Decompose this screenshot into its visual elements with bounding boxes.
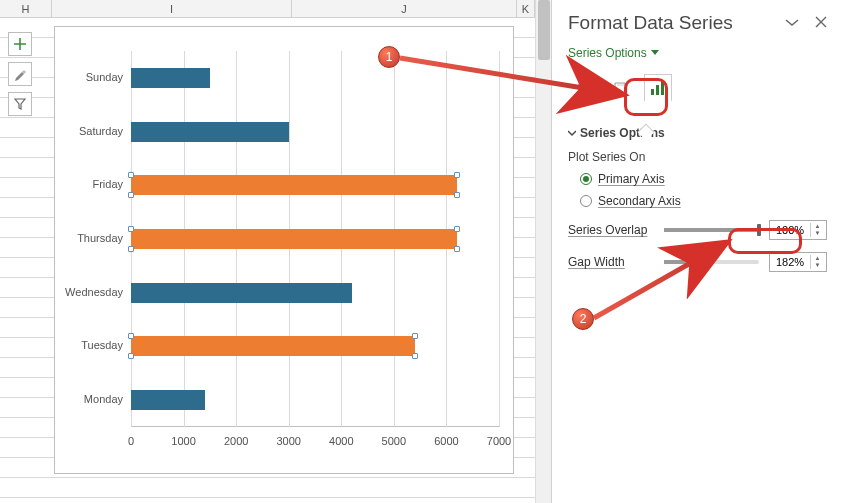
- category-label: Wednesday: [65, 286, 123, 298]
- series-options-icon: [649, 79, 667, 97]
- col-header-h[interactable]: H: [0, 0, 52, 18]
- bar-series1[interactable]: [131, 122, 289, 142]
- gap-label: Gap Width: [568, 255, 654, 269]
- selection-handle[interactable]: [128, 353, 134, 359]
- plot-series-on-label: Plot Series On: [568, 150, 827, 164]
- x-tick-label: 4000: [329, 435, 353, 447]
- effects-icon: [611, 79, 629, 97]
- selection-handle[interactable]: [454, 192, 460, 198]
- radio-secondary-axis[interactable]: Secondary Axis: [580, 194, 827, 208]
- selection-handle[interactable]: [454, 246, 460, 252]
- gap-spinner[interactable]: ▲▼: [769, 252, 827, 272]
- svg-rect-1: [656, 85, 659, 95]
- radio-label: Secondary Axis: [598, 194, 681, 208]
- selection-handle[interactable]: [128, 333, 134, 339]
- radio-icon: [580, 195, 592, 207]
- paintbrush-icon: [13, 67, 27, 81]
- selection-handle[interactable]: [412, 333, 418, 339]
- x-tick-label: 1000: [171, 435, 195, 447]
- overlap-label: Series Overlap: [568, 223, 654, 237]
- col-header-i[interactable]: I: [52, 0, 292, 18]
- category-label: Thursday: [77, 232, 123, 244]
- callout-2: 2: [572, 308, 594, 330]
- close-icon[interactable]: [815, 15, 827, 31]
- fill-icon: [573, 79, 591, 97]
- x-tick-label: 5000: [382, 435, 406, 447]
- options-tab-row: [568, 74, 827, 102]
- overlap-spinner[interactable]: ▲▼: [769, 220, 827, 240]
- bar-series2[interactable]: [131, 229, 457, 249]
- section-header[interactable]: Series Options: [568, 126, 827, 140]
- bar-series1[interactable]: [131, 390, 205, 410]
- chart-styles-button[interactable]: [8, 62, 32, 86]
- x-tick-label: 2000: [224, 435, 248, 447]
- series-options-dropdown[interactable]: Series Options: [568, 46, 659, 60]
- plus-icon: [13, 37, 27, 51]
- tab-series-options[interactable]: [644, 74, 672, 102]
- pane-title: Format Data Series: [568, 12, 733, 34]
- x-tick-label: 6000: [434, 435, 458, 447]
- selection-handle[interactable]: [454, 172, 460, 178]
- format-data-series-pane: Format Data Series Series Options: [551, 0, 843, 503]
- bar-series2[interactable]: [131, 175, 457, 195]
- overlap-slider[interactable]: [664, 228, 759, 232]
- gap-width-row: Gap Width ▲▼: [568, 252, 827, 272]
- funnel-icon: [13, 97, 27, 111]
- category-label: Monday: [84, 393, 123, 405]
- selection-handle[interactable]: [412, 353, 418, 359]
- chevron-down-icon: [568, 129, 576, 137]
- chart-element-buttons: [8, 32, 32, 116]
- plot-area[interactable]: 01000200030004000500060007000SundaySatur…: [131, 51, 499, 451]
- category-label: Sunday: [86, 71, 123, 83]
- chart-object[interactable]: 01000200030004000500060007000SundaySatur…: [54, 26, 514, 474]
- column-headers: H I J K: [0, 0, 535, 18]
- gap-slider[interactable]: [664, 260, 759, 264]
- callout-1: 1: [378, 46, 400, 68]
- category-label: Saturday: [79, 125, 123, 137]
- col-header-j[interactable]: J: [292, 0, 517, 18]
- x-tick-label: 0: [128, 435, 134, 447]
- svg-rect-2: [661, 81, 664, 95]
- svg-rect-0: [651, 89, 654, 95]
- bar-series2[interactable]: [131, 336, 415, 356]
- selection-handle[interactable]: [128, 226, 134, 232]
- chart-elements-button[interactable]: [8, 32, 32, 56]
- category-label: Friday: [92, 178, 123, 190]
- vertical-scrollbar[interactable]: [535, 0, 551, 503]
- x-axis: [131, 426, 499, 427]
- selection-handle[interactable]: [128, 172, 134, 178]
- overlap-input[interactable]: [770, 224, 810, 236]
- gap-input[interactable]: [770, 256, 810, 268]
- selection-handle[interactable]: [128, 192, 134, 198]
- x-tick-label: 7000: [487, 435, 511, 447]
- col-header-k[interactable]: K: [517, 0, 535, 18]
- bar-series1[interactable]: [131, 283, 352, 303]
- scrollbar-thumb[interactable]: [538, 0, 550, 60]
- tab-effects[interactable]: [606, 74, 634, 102]
- tab-fill[interactable]: [568, 74, 596, 102]
- gridline: [499, 51, 500, 427]
- chart-filters-button[interactable]: [8, 92, 32, 116]
- radio-primary-axis[interactable]: Primary Axis: [580, 172, 827, 186]
- radio-label: Primary Axis: [598, 172, 665, 186]
- dropdown-label: Series Options: [568, 46, 647, 60]
- selection-handle[interactable]: [128, 246, 134, 252]
- chevron-down-icon[interactable]: [785, 15, 799, 31]
- series-overlap-row: Series Overlap ▲▼: [568, 220, 827, 240]
- bar-series1[interactable]: [131, 68, 210, 88]
- radio-icon: [580, 173, 592, 185]
- category-label: Tuesday: [81, 339, 123, 351]
- selection-handle[interactable]: [454, 226, 460, 232]
- x-tick-label: 3000: [276, 435, 300, 447]
